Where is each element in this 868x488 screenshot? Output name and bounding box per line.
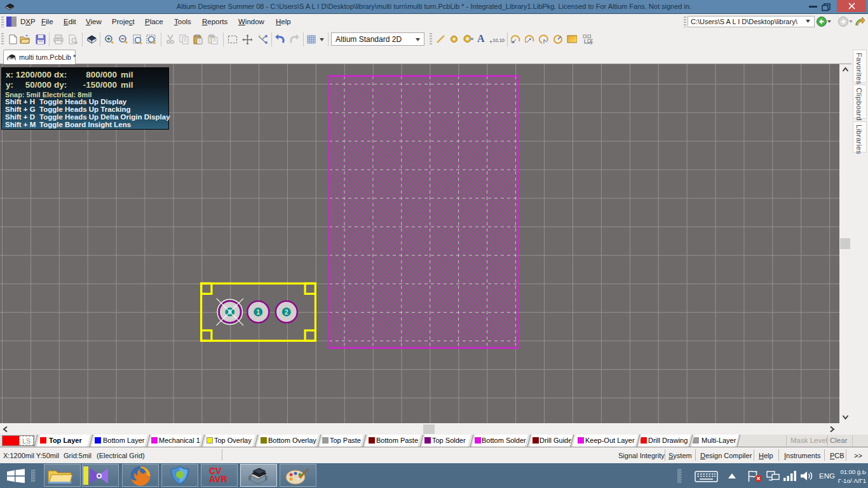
svg-text:1: 1 <box>257 309 261 316</box>
svg-text:2: 2 <box>285 309 288 316</box>
